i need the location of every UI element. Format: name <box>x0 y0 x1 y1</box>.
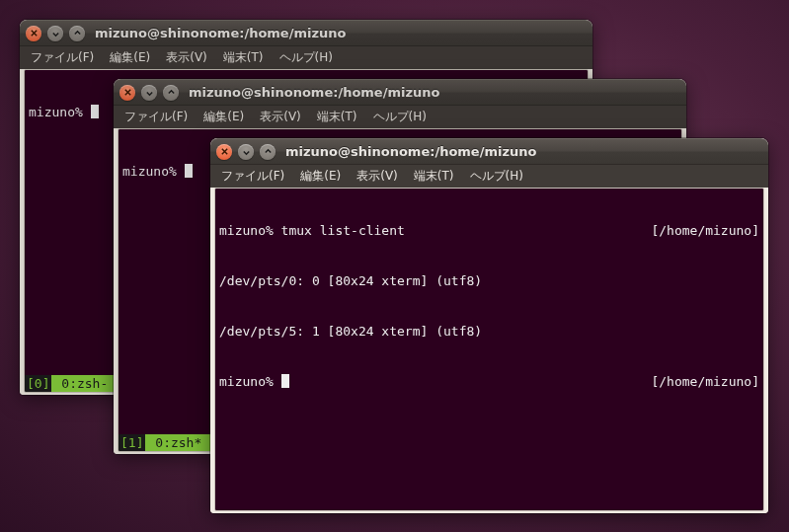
titlebar[interactable]: mizuno@shinonome:/home/mizuno <box>114 79 686 105</box>
menu-view[interactable]: 表示(V) <box>253 107 308 127</box>
menubar: ファイル(F) 編集(E) 表示(V) 端末(T) ヘルプ(H) <box>20 45 592 69</box>
menu-edit[interactable]: 編集(E) <box>103 47 157 68</box>
menu-help[interactable]: ヘルプ(H) <box>463 166 530 187</box>
menu-help[interactable]: ヘルプ(H) <box>366 107 434 127</box>
maximize-icon[interactable] <box>260 144 276 160</box>
maximize-icon[interactable] <box>163 85 179 101</box>
cursor-icon <box>91 105 99 118</box>
menu-terminal[interactable]: 端末(T) <box>216 47 271 68</box>
cursor-icon <box>281 374 289 388</box>
minimize-icon[interactable] <box>141 85 157 101</box>
minimize-icon[interactable] <box>238 144 254 160</box>
cwd-indicator: [/home/mizuno] <box>651 222 759 239</box>
tmux-windows: 0:zsh* <box>147 434 201 451</box>
output-line: /dev/pts/0: 0 [80x24 xterm] (utf8) <box>215 272 763 289</box>
terminal-window-3[interactable]: mizuno@shinonome:/home/mizuno ファイル(F) 編集… <box>210 138 768 513</box>
menu-file[interactable]: ファイル(F) <box>24 47 101 68</box>
shell-prompt: mizuno% <box>29 105 91 119</box>
window-title: mizuno@shinonome:/home/mizuno <box>189 85 439 100</box>
cursor-icon <box>185 164 193 178</box>
menubar: ファイル(F) 編集(E) 表示(V) 端末(T) ヘルプ(H) <box>210 164 768 188</box>
menu-edit[interactable]: 編集(E) <box>197 107 251 127</box>
menu-terminal[interactable]: 端末(T) <box>407 166 461 187</box>
window-controls <box>119 85 179 101</box>
close-icon[interactable] <box>216 144 232 160</box>
menu-view[interactable]: 表示(V) <box>159 47 214 68</box>
cwd-indicator: [/home/mizuno] <box>651 373 759 390</box>
close-icon[interactable] <box>26 26 41 41</box>
window-title: mizuno@shinonome:/home/mizuno <box>95 26 346 40</box>
menu-terminal[interactable]: 端末(T) <box>310 107 364 127</box>
menu-edit[interactable]: 編集(E) <box>293 166 348 187</box>
maximize-icon[interactable] <box>69 26 85 41</box>
menu-view[interactable]: 表示(V) <box>350 166 405 187</box>
window-controls <box>26 26 85 41</box>
tmux-session-id: [0] <box>25 375 51 392</box>
minimize-icon[interactable] <box>47 26 63 41</box>
shell-prompt: mizuno% <box>122 164 185 179</box>
menu-file[interactable]: ファイル(F) <box>214 166 291 187</box>
shell-prompt: mizuno% <box>219 374 281 389</box>
titlebar[interactable]: mizuno@shinonome:/home/mizuno <box>20 20 592 45</box>
menu-help[interactable]: ヘルプ(H) <box>273 47 340 68</box>
terminal-container: mizuno% tmux list-client [/home/mizuno] … <box>210 188 768 513</box>
close-icon[interactable] <box>119 85 135 101</box>
menubar: ファイル(F) 編集(E) 表示(V) 端末(T) ヘルプ(H) <box>114 105 686 128</box>
command-line: mizuno% tmux list-client <box>219 222 405 239</box>
terminal-body[interactable]: mizuno% tmux list-client [/home/mizuno] … <box>215 189 763 510</box>
window-title: mizuno@shinonome:/home/mizuno <box>285 144 536 159</box>
menu-file[interactable]: ファイル(F) <box>118 107 195 127</box>
output-line: /dev/pts/5: 1 [80x24 xterm] (utf8) <box>215 323 763 340</box>
tmux-session-id: [1] <box>118 434 145 451</box>
window-controls <box>216 144 276 160</box>
titlebar[interactable]: mizuno@shinonome:/home/mizuno <box>210 138 768 164</box>
